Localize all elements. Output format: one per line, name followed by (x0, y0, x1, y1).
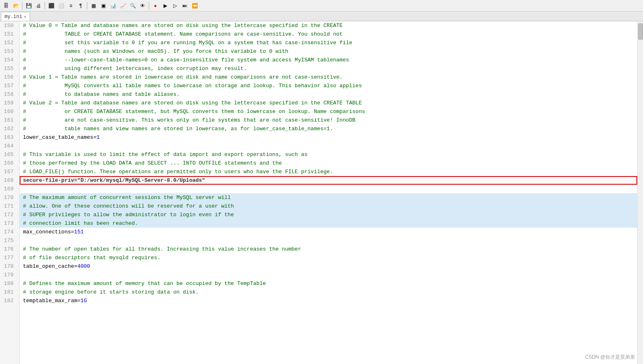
comment-text: # or CREATE DATABASE statement, but MySQ… (23, 109, 365, 115)
code-line: # The number of open tables for all thre… (20, 245, 637, 253)
toolbar-btn-6[interactable]: ⬜ (57, 1, 66, 10)
comment-text: # This variable is used to limit the eff… (23, 151, 307, 158)
line-number: 172 (0, 210, 16, 219)
toolbar-btn-7[interactable]: ≡ (66, 1, 75, 10)
line-number: 166 (0, 159, 16, 167)
tab-myini[interactable]: my.ini ✕ (1, 12, 30, 21)
toolbar-btn-rec[interactable]: ● (151, 1, 160, 10)
line-number: 169 (0, 185, 16, 193)
code-line: # SUPER privileges to allow the administ… (20, 210, 637, 219)
code-line: # table names and view names are stored … (20, 124, 637, 133)
code-line: # LOAD_FILE() function. These operations… (20, 167, 637, 176)
code-line: # The maximum amount of concurrent sessi… (20, 193, 637, 202)
code-line: table_open_cache=4000 (20, 262, 637, 271)
code-line: # Value 1 = Table names are stored in lo… (20, 73, 637, 81)
toolbar-btn-play2[interactable]: ▷ (170, 1, 179, 10)
line-number: 158 (0, 90, 16, 99)
line-number: 182 (0, 296, 16, 305)
scrollbar[interactable] (637, 21, 643, 364)
editor-area: 1501511521531541551561571581591601611621… (0, 21, 643, 364)
line-number: 163 (0, 133, 16, 142)
code-value: 1 (96, 134, 100, 140)
code-key: lower_case_table_names= (23, 134, 96, 140)
toolbar-btn-13[interactable]: 🔍 (128, 1, 137, 10)
toolbar-btn-14[interactable]: 👁 (138, 1, 147, 10)
code-key: temptable_max_ram= (23, 298, 80, 304)
comment-text: # --lower-case-table-names=0 on a case-i… (23, 57, 349, 63)
toolbar-btn-5[interactable]: ⬛ (47, 1, 56, 10)
comment-text: # names (such as Windows or macOS). If y… (23, 48, 289, 54)
comment-text: # The maximum amount of concurrent sessi… (23, 194, 231, 201)
line-numbers: 1501511521531541551561571581591601611621… (0, 21, 20, 364)
toolbar-btn-play[interactable]: ▶ (161, 1, 170, 10)
line-number: 170 (0, 193, 16, 202)
comment-text: # Defines the maximum amount of memory t… (23, 280, 266, 287)
code-line (20, 271, 637, 279)
line-number: 162 (0, 124, 16, 133)
code-line: # are not case-sensitive. This works onl… (20, 116, 637, 124)
toolbar-sep-4 (149, 2, 149, 9)
scrollbar-thumb[interactable] (638, 23, 643, 40)
comment-text: # set this variable to 0 if you are runn… (23, 40, 352, 46)
line-number: 150 (0, 21, 16, 30)
line-number: 156 (0, 73, 16, 81)
toolbar-btn-skip[interactable]: ⏭ (180, 1, 189, 10)
comment-text: # The number of open tables for all thre… (23, 246, 301, 252)
comment-text: # to database names and table aliases. (23, 91, 179, 97)
toolbar-btn-save[interactable]: 💾 (24, 1, 33, 10)
line-number: 179 (0, 271, 16, 279)
code-line: # Defines the maximum amount of memory t… (20, 279, 637, 288)
comment-text: # TABLE or CREATE DATABASE statement. Na… (23, 31, 343, 37)
code-line: # or CREATE DATABASE statement, but MySQ… (20, 107, 637, 116)
comment-text: # using different lettercases, index cor… (23, 66, 247, 72)
code-value: 4000 (77, 263, 90, 269)
tab-label: my.ini (5, 14, 22, 20)
watermark: CSDN @你才是昊弟弟 (585, 354, 635, 361)
toolbar-btn-12[interactable]: 📈 (118, 1, 127, 10)
code-line: # Value 0 = Table and database names are… (20, 21, 637, 30)
code-line: # allow. One of these connections will b… (20, 202, 637, 210)
toolbar-btn-11[interactable]: 📊 (109, 1, 118, 10)
comment-text: # those performed by the LOAD DATA and S… (23, 160, 282, 166)
line-number: 180 (0, 279, 16, 288)
code-line: lower_case_table_names=1 (20, 133, 637, 142)
code-line: # to database names and table aliases. (20, 90, 637, 99)
code-line: # This variable is used to limit the eff… (20, 150, 637, 159)
toolbar-btn-2[interactable]: 📂 (11, 1, 20, 10)
code-line: # storage engine before it starts storin… (20, 288, 637, 296)
code-line: # of file descriptors that mysqld requir… (20, 253, 637, 262)
line-number: 160 (0, 107, 16, 116)
tab-bar: my.ini ✕ (0, 11, 643, 21)
toolbar-btn-9[interactable]: ▦ (89, 1, 98, 10)
code-line: temptable_max_ram=1G (20, 296, 637, 305)
tab-close-icon[interactable]: ✕ (24, 14, 26, 19)
line-number: 178 (0, 262, 16, 271)
toolbar-sep-1 (22, 2, 23, 9)
toolbar-sep-2 (45, 2, 45, 9)
line-number: 151 (0, 30, 16, 38)
code-line (20, 185, 637, 193)
toolbar-btn-stop[interactable]: ⏪ (190, 1, 199, 10)
toolbar-btn-8[interactable]: ¶ (76, 1, 85, 10)
comment-text: # of file descriptors that mysqld requir… (23, 255, 160, 261)
line-number: 177 (0, 253, 16, 262)
comment-text: # SUPER privileges to allow the administ… (23, 212, 234, 218)
line-number: 153 (0, 47, 16, 56)
code-line: # Value 2 = Table and database names are… (20, 99, 637, 107)
toolbar-btn-10[interactable]: ▣ (99, 1, 108, 10)
line-number: 174 (0, 228, 16, 236)
line-number: 161 (0, 116, 16, 124)
code-line: # set this variable to 0 if you are runn… (20, 38, 637, 47)
comment-text: # Value 0 = Table and database names are… (23, 23, 343, 29)
code-area[interactable]: # Value 0 = Table and database names are… (20, 21, 637, 364)
comment-text: # table names and view names are stored … (23, 126, 333, 132)
line-number: 165 (0, 150, 16, 159)
toolbar-btn-print[interactable]: 🖨 (34, 1, 43, 10)
code-line: # MySQL converts all table names to lowe… (20, 81, 637, 90)
code-line: # connection limit has been reached. (20, 219, 637, 228)
toolbar-btn-1[interactable]: 🗄 (2, 1, 11, 10)
comment-text: # LOAD_FILE() function. These operations… (23, 169, 333, 175)
line-number: 181 (0, 288, 16, 296)
toolbar: 🗄 📂 💾 🖨 ⬛ ⬜ ≡ ¶ ▦ ▣ 📊 📈 🔍 👁 ● ▶ ▷ ⏭ ⏪ (0, 0, 643, 11)
code-line (20, 142, 637, 150)
